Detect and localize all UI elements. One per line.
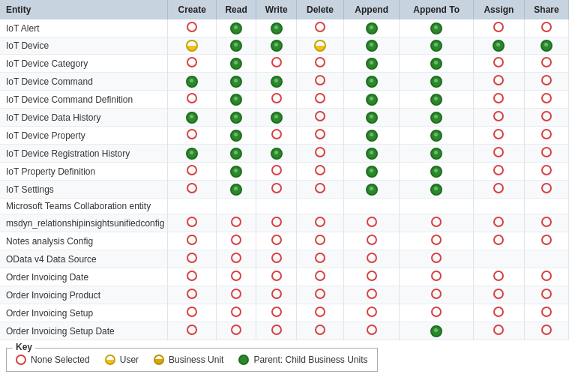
parent-circle	[430, 22, 442, 34]
permission-cell	[216, 268, 256, 286]
permission-cell	[256, 250, 297, 268]
permission-cell	[297, 181, 344, 199]
none-circle	[541, 183, 552, 193]
permission-cell	[297, 286, 344, 304]
parent-circle	[366, 94, 378, 106]
permission-cell	[216, 199, 256, 214]
user-circle	[186, 40, 198, 52]
table-row: IoT Device Command	[0, 73, 569, 91]
parent-circle	[186, 76, 198, 88]
permission-cell	[343, 127, 400, 145]
parent-circle	[430, 325, 442, 337]
permission-cell	[400, 250, 473, 268]
permission-cell	[256, 145, 297, 163]
permission-cell	[473, 199, 524, 214]
permission-cell	[343, 214, 400, 232]
none-circle	[541, 129, 552, 139]
key-none-icon	[16, 355, 26, 365]
none-circle	[271, 183, 282, 193]
parent-circle	[430, 40, 442, 52]
none-circle	[187, 307, 197, 317]
permission-cell	[400, 91, 473, 109]
none-circle	[493, 129, 504, 139]
entity-column-header: Entity	[0, 0, 168, 19]
permission-column-header-write: Write	[256, 0, 297, 19]
key-item-label: Parent: Child Business Units	[253, 355, 367, 365]
none-circle	[271, 325, 282, 335]
entity-cell: IoT Device	[0, 37, 168, 55]
permission-cell	[297, 127, 344, 145]
entity-cell: IoT Device Command	[0, 73, 168, 91]
table-row: IoT Device Property	[0, 127, 569, 145]
none-circle	[493, 165, 504, 175]
permission-cell	[216, 250, 256, 268]
parent-circle	[430, 130, 442, 142]
permission-cell	[473, 181, 524, 199]
permission-cell	[168, 250, 216, 268]
none-circle	[187, 165, 197, 175]
permission-cell	[216, 73, 256, 91]
key-item: Parent: Child Business Units	[238, 355, 367, 365]
key-item-label: Business Unit	[169, 355, 223, 365]
permissions-table: EntityCreateReadWriteDeleteAppendAppend …	[0, 0, 569, 340]
parent-circle	[230, 130, 242, 142]
permission-cell	[343, 145, 400, 163]
none-circle	[315, 147, 325, 157]
none-circle	[541, 271, 552, 281]
none-circle	[541, 111, 552, 121]
permission-cell	[525, 304, 569, 322]
permission-cell	[343, 181, 400, 199]
permission-cell	[297, 199, 344, 214]
permission-cell	[216, 181, 256, 199]
permission-cell	[216, 163, 256, 181]
permission-cell	[525, 181, 569, 199]
none-circle	[187, 183, 197, 193]
none-circle	[231, 253, 241, 263]
permission-cell	[297, 109, 344, 127]
none-circle	[367, 325, 377, 335]
permission-cell	[400, 37, 473, 55]
permission-cell	[256, 55, 297, 73]
parent-circle	[271, 40, 283, 52]
entity-cell: Order Invoicing Setup	[0, 304, 168, 322]
parent-circle	[230, 148, 242, 160]
parent-circle	[430, 184, 442, 196]
permission-cell	[297, 250, 344, 268]
table-row: IoT Device Command Definition	[0, 91, 569, 109]
table-row: Order Invoicing Product	[0, 286, 569, 304]
parent-circle	[430, 112, 442, 124]
table-row: IoT Device Data History	[0, 109, 569, 127]
permission-column-header-share: Share	[525, 0, 569, 19]
permission-cell	[525, 163, 569, 181]
none-circle	[541, 325, 552, 335]
key-item: None Selected	[16, 355, 90, 365]
none-circle	[187, 93, 197, 103]
permission-cell	[256, 127, 297, 145]
permission-cell	[525, 19, 569, 37]
parent-circle	[366, 22, 378, 34]
permission-cell	[473, 127, 524, 145]
none-circle	[493, 271, 504, 281]
permission-cell	[256, 19, 297, 37]
permission-cell	[525, 322, 569, 340]
none-circle	[271, 217, 282, 227]
permission-cell	[256, 304, 297, 322]
none-circle	[187, 235, 197, 245]
parent-circle	[541, 40, 553, 52]
entity-cell: Order Invoicing Product	[0, 286, 168, 304]
permission-cell	[297, 19, 344, 37]
permission-cell	[343, 250, 400, 268]
permission-cell	[256, 322, 297, 340]
parent-circle	[271, 22, 283, 34]
permission-cell	[297, 55, 344, 73]
none-circle	[367, 289, 377, 299]
none-circle	[315, 235, 325, 245]
key-item: Business Unit	[154, 355, 223, 365]
user-circle	[314, 40, 326, 52]
permission-cell	[473, 73, 524, 91]
none-circle	[541, 57, 552, 67]
none-circle	[541, 93, 552, 103]
permission-cell	[525, 250, 569, 268]
none-circle	[315, 57, 325, 67]
permission-cell	[525, 232, 569, 250]
